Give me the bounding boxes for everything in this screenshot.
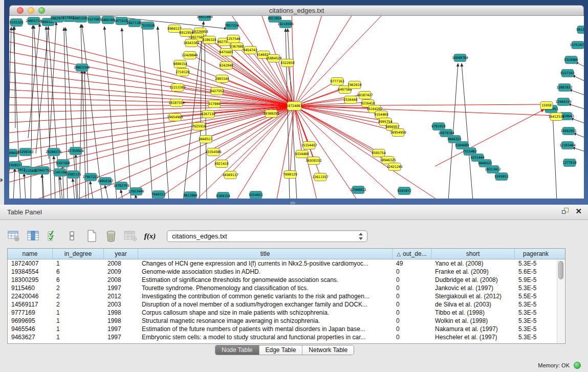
new-document-icon[interactable]	[85, 230, 98, 242]
network-node[interactable]: 10107427	[357, 92, 373, 99]
network-node[interactable]: 1527602	[87, 16, 101, 24]
network-node[interactable]: 22420046	[182, 52, 198, 59]
table-cell[interactable]: 19384554	[8, 268, 53, 275]
network-node[interactable]: 15154457	[301, 142, 317, 149]
delete-icon[interactable]	[104, 230, 118, 242]
table-cell[interactable]: Structural magnetic resonance image aver…	[138, 317, 393, 324]
table-cell[interactable]: Estimation of the future numbers of pati…	[138, 325, 393, 333]
table-cell[interactable]: 2012	[104, 293, 138, 300]
table-settings-icon[interactable]	[7, 230, 20, 242]
table-cell[interactable]: 2	[53, 301, 104, 308]
network-node[interactable]: 10958167	[97, 178, 113, 185]
memory-status-led-icon[interactable]	[574, 362, 581, 369]
column-header-year[interactable]: year	[104, 249, 138, 259]
network-node[interactable]: 9890154	[173, 60, 187, 68]
network-node[interactable]: 9245072	[397, 187, 411, 195]
network-node[interactable]: 17957222	[82, 173, 98, 181]
network-node[interactable]: 9155328	[9, 19, 23, 27]
network-node[interactable]: 9254651	[249, 191, 263, 199]
rows-icon[interactable]	[66, 230, 79, 242]
network-node-hub[interactable]: 18724007	[286, 102, 302, 111]
table-cell[interactable]: 1	[53, 325, 104, 333]
network-node[interactable]: 7462610	[347, 81, 361, 89]
table-cell[interactable]: Yano et al. (2008)	[431, 260, 515, 267]
table-cell[interactable]: 0	[393, 325, 431, 333]
table-row[interactable]: 1456911722003Disruption of a novel membe…	[8, 300, 565, 309]
select-column-icon[interactable]	[27, 230, 40, 242]
table-cell[interactable]: Embryonic stem cells: a model to study s…	[138, 334, 393, 341]
table-cell[interactable]: Corpus callosum shape and size in male p…	[138, 309, 393, 316]
network-node[interactable]: 8595754	[372, 149, 385, 157]
network-node[interactable]: 2536448	[343, 96, 357, 104]
network-node[interactable]: 12942757	[35, 167, 51, 174]
column-header-in-degree[interactable]: in_degree	[53, 249, 104, 259]
network-node[interactable]: 8921418	[214, 160, 228, 168]
network-node[interactable]: 12093832	[556, 84, 572, 92]
table-cell[interactable]: 0	[393, 309, 431, 316]
network-node[interactable]: 15958	[540, 102, 553, 110]
network-node[interactable]: 2718120	[176, 69, 189, 76]
table-cell[interactable]: 6	[53, 268, 104, 275]
network-node[interactable]: 13354506	[205, 148, 221, 156]
network-node[interactable]: 14569117	[222, 171, 238, 179]
table-cell[interactable]: 5.3E-5	[515, 309, 557, 316]
table-cell[interactable]: 1	[53, 334, 104, 341]
float-window-icon[interactable]	[562, 207, 570, 215]
node-table[interactable]: namein_degreeyeartitle△out_de...shortpag…	[7, 248, 565, 344]
network-node[interactable]: 9245012	[494, 173, 508, 181]
table-row[interactable]: 1872400712008Changes of HCN gene express…	[8, 259, 565, 268]
table-cell[interactable]: 2	[53, 293, 104, 300]
table-row[interactable]: 946554611997Estimation of the future num…	[8, 325, 565, 333]
network-node[interactable]: 16412530	[548, 113, 564, 121]
table-cell[interactable]: 5.9E-5	[515, 276, 557, 283]
table-cell[interactable]: 9465546	[8, 325, 53, 333]
network-node[interactable]: 18300295	[263, 110, 279, 118]
vertical-scrollbar[interactable]	[557, 260, 564, 344]
network-node[interactable]: 16938332	[306, 157, 321, 165]
column-header-out-de-[interactable]: △out_de...	[393, 249, 431, 259]
network-node[interactable]: 7857224	[225, 22, 238, 30]
network-node[interactable]: 8267130	[201, 111, 215, 118]
network-node[interactable]: 6466160	[101, 16, 115, 24]
table-cell[interactable]: 1998	[104, 309, 138, 316]
table-row[interactable]: 911546021997Tourette syndrome. Phenomeno…	[8, 284, 565, 292]
table-row[interactable]: 1938455462009Genome-wide association stu…	[8, 268, 565, 276]
table-cell[interactable]: Franke et al. (2009)	[431, 268, 515, 275]
table-cell[interactable]: 6	[53, 276, 104, 283]
table-body[interactable]: 1872400712008Changes of HCN gene express…	[8, 259, 565, 341]
network-node[interactable]: 15884520	[266, 55, 281, 62]
network-node[interactable]: 12213383	[169, 84, 185, 92]
network-node[interactable]: 18107554	[168, 99, 184, 107]
network-node[interactable]: 917004	[208, 100, 221, 108]
table-cell[interactable]: 1	[53, 260, 104, 267]
network-node[interactable]: 12421245	[386, 163, 402, 171]
table-cell[interactable]: Hescheler et al. (1997)	[431, 334, 515, 341]
network-node[interactable]: 8454743	[243, 47, 257, 54]
column-header-name[interactable]: name	[8, 249, 53, 259]
table-cell[interactable]: 0	[393, 334, 431, 341]
table-cell[interactable]: Investigating the contribution of common…	[138, 293, 393, 300]
network-node[interactable]: 9048517	[199, 136, 212, 143]
table-cell[interactable]: 5.3E-5	[515, 317, 557, 324]
table-cell[interactable]: 9699695	[8, 317, 53, 324]
table-cell[interactable]: 2003	[104, 301, 138, 308]
table-cell[interactable]: Changes of HCN gene expression and I(f) …	[138, 260, 393, 267]
table-cell[interactable]: de Silva et al. (2003)	[431, 301, 515, 308]
table-cell[interactable]: Stergiakouli et al. (2012)	[431, 293, 515, 300]
network-node[interactable]: 9777163	[330, 78, 344, 85]
table-cell[interactable]: Wolkin et al. (1998)	[431, 317, 515, 324]
network-node[interactable]: 9334408	[295, 150, 309, 158]
table-cell[interactable]: Disruption of a novel member of a sodium…	[138, 301, 393, 308]
network-node[interactable]: 19654985	[167, 114, 183, 121]
network-node[interactable]: 8186328	[202, 36, 216, 44]
network-node[interactable]: 16033809	[197, 16, 212, 21]
network-node[interactable]: 17359924	[68, 147, 83, 155]
table-mode-tabs[interactable]: Node TableEdge TableNetwork Table	[215, 345, 354, 355]
splitter-handle[interactable]	[290, 202, 295, 204]
table-row[interactable]: 2242004622012Investigating the contribut…	[8, 292, 565, 300]
network-node[interactable]: 1277610	[562, 159, 576, 167]
table-cell[interactable]: 9115460	[8, 285, 53, 292]
table-cell[interactable]: 2008	[104, 260, 138, 267]
network-node[interactable]: 9227343	[560, 70, 574, 77]
table-cell[interactable]: 1998	[104, 317, 138, 324]
